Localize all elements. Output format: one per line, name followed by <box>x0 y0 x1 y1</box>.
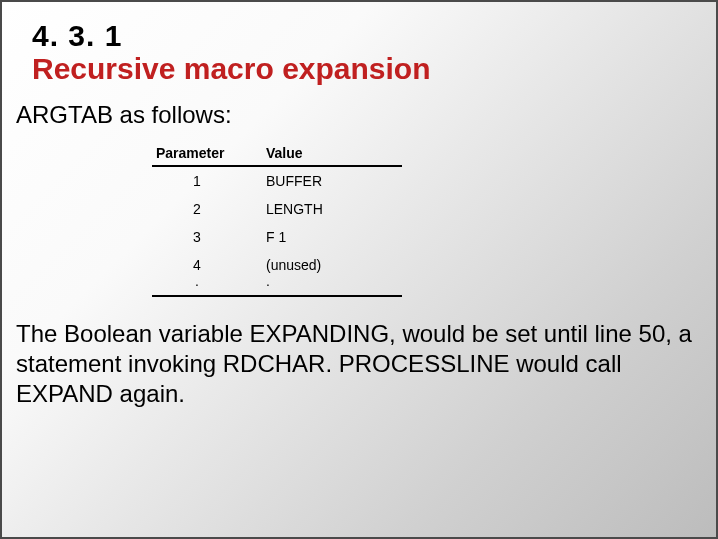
cell-param-4: 4 <box>193 257 201 273</box>
slide: 4. 3. 1 Recursive macro expansion ARGTAB… <box>0 0 718 539</box>
body-paragraph: The Boolean variable EXPANDING, would be… <box>2 305 716 409</box>
table-row: 1 BUFFER <box>152 166 402 195</box>
cell-value-4: (unused) <box>266 257 321 273</box>
cell-param: 1 <box>152 166 262 195</box>
table-row: 2 LENGTH <box>152 195 402 223</box>
section-title: Recursive macro expansion <box>32 52 686 85</box>
section-number: 4. 3. 1 <box>32 20 686 52</box>
col-header-value: Value <box>262 143 402 166</box>
cell-value: BUFFER <box>262 166 402 195</box>
table-header-row: Parameter Value <box>152 143 402 166</box>
cell-value: F 1 <box>262 223 402 251</box>
cell-value: (unused) . <box>262 251 402 295</box>
lead-text: ARGTAB as follows: <box>2 91 716 137</box>
cell-param: 3 <box>152 223 262 251</box>
table-bottom-rule <box>152 295 402 296</box>
cell-value-dot: . <box>266 273 270 289</box>
cell-param-dot: . <box>195 273 199 289</box>
argtab-table: Parameter Value 1 BUFFER 2 LENGTH 3 F 1 … <box>152 143 402 297</box>
table-row: 3 F 1 <box>152 223 402 251</box>
title-block: 4. 3. 1 Recursive macro expansion <box>2 2 716 91</box>
cell-value: LENGTH <box>262 195 402 223</box>
table-row: 4 . (unused) . <box>152 251 402 295</box>
cell-param: 2 <box>152 195 262 223</box>
col-header-parameter: Parameter <box>152 143 262 166</box>
cell-param: 4 . <box>152 251 262 295</box>
